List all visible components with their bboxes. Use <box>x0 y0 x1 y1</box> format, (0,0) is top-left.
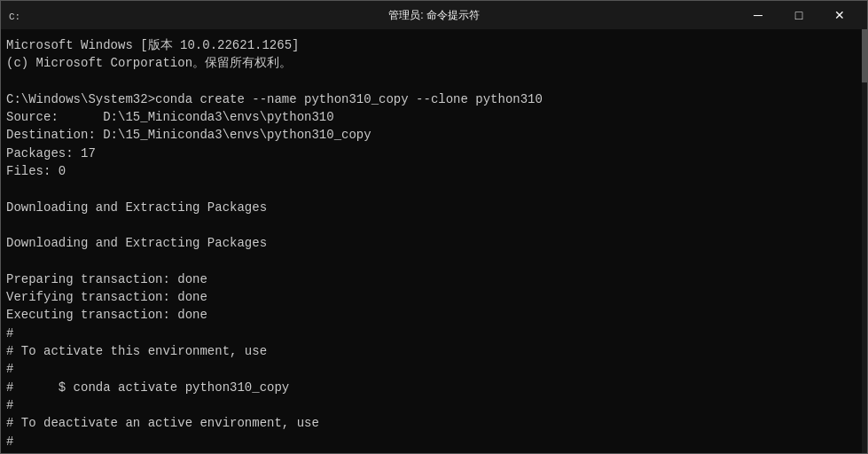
terminal-output: Microsoft Windows [版本 10.0.22621.1265] (… <box>6 36 862 453</box>
scrollbar-thumb[interactable] <box>862 29 867 82</box>
terminal-body[interactable]: Microsoft Windows [版本 10.0.22621.1265] (… <box>1 29 867 453</box>
maximize-button[interactable]: □ <box>778 1 819 29</box>
minimize-button[interactable]: ─ <box>738 1 778 29</box>
window-controls: ─ □ ✕ <box>738 1 860 29</box>
title-bar: C: 管理员: 命令提示符 ─ □ ✕ <box>1 1 867 29</box>
cmd-icon: C: <box>8 8 22 22</box>
scrollbar[interactable] <box>862 29 867 453</box>
svg-text:C:: C: <box>9 12 20 22</box>
close-button[interactable]: ✕ <box>819 1 860 29</box>
cmd-window: C: 管理员: 命令提示符 ─ □ ✕ Microsoft Windows [版… <box>0 0 868 454</box>
window-title: 管理员: 命令提示符 <box>388 8 480 23</box>
